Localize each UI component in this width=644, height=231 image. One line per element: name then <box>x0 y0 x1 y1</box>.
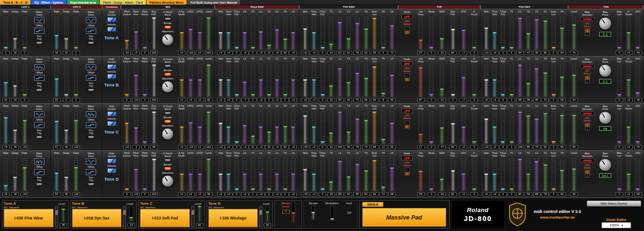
tone-a-lfo2-rate-slider[interactable] <box>55 17 59 50</box>
tone-d-tvf-env-l4-10-slider[interactable] <box>390 158 394 191</box>
tone-d-pitch-env-l1-5-slider[interactable] <box>259 158 263 191</box>
tone-a-wg-pitch-rand-slider[interactable] <box>143 17 147 50</box>
tone-a-tvf-env-t2-5-slider[interactable] <box>346 17 351 50</box>
bottom-tone-tone-d-level-slider[interactable] <box>266 206 269 222</box>
tone-b-lfo1-rate-slider[interactable] <box>4 64 8 97</box>
tone-c-wg-pitch-fine-slider[interactable] <box>134 111 138 144</box>
tone-b-pitch-env-time-velo-1-slider[interactable] <box>226 64 231 97</box>
tone-a-tva-env-t1-3-slider[interactable] <box>510 17 514 50</box>
tone-c-pitch-env-l3-9-slider[interactable] <box>291 111 295 144</box>
tone-a-tvf-env-l4-10-slider[interactable] <box>390 17 394 50</box>
tone-b-hold-control-switch[interactable] <box>107 64 116 69</box>
tone-a-tva-env-velo-0-slider[interactable] <box>484 17 488 50</box>
tone-d-wg-pitch-fine-slider[interactable] <box>134 158 138 191</box>
tone-d-tva-bias-lev-slider[interactable] <box>617 158 621 191</box>
tone-b-wg-lfo1-slider[interactable] <box>188 64 193 97</box>
tone-b-tvf-a-touch-slider[interactable] <box>472 64 476 97</box>
tone-c-tva-env-l2-6-slider[interactable] <box>535 111 539 144</box>
bottom-tone-waveform-scrollbar[interactable] <box>55 206 58 227</box>
tone-a-wg-level-slider[interactable] <box>207 17 211 50</box>
tone-b-pitch-env-velo-0-slider[interactable] <box>219 64 223 97</box>
tone-c-tvf-env-t1-3-slider[interactable] <box>329 111 333 144</box>
tone-b-wg-pitch-fine-slider[interactable] <box>134 64 138 97</box>
tone-a-pitch-env-l2-7-slider[interactable] <box>275 17 279 50</box>
tone-a-tva-env-time-velo-1-slider[interactable] <box>492 17 497 50</box>
tone-b-tva-lfo-slider[interactable] <box>636 64 640 97</box>
master-level-slider[interactable] <box>292 202 295 223</box>
tone-a-tva-level-slider[interactable] <box>572 17 576 50</box>
tone-a-tva-env-l1-4-slider[interactable] <box>518 17 522 50</box>
tone-c-tvf-lfo-slider[interactable] <box>462 111 466 144</box>
tone-c-pitch-env-l0-3-slider[interactable] <box>243 111 247 144</box>
tone-b-lfo2-rate-slider[interactable] <box>55 64 59 97</box>
tone-a-pitch-env-l1-5-slider[interactable] <box>259 17 263 50</box>
tone-b-tvf-env-sust-lev-8-slider[interactable] <box>372 64 377 97</box>
tone-c-velocity-switch[interactable] <box>107 121 116 126</box>
tone-d-wg-lfo1-slider[interactable] <box>188 158 193 191</box>
tab-patch-dump-name-card[interactable]: Patch - Dump - Name - Card <box>100 0 146 5</box>
tone-a-bender-button[interactable]: ON <box>164 25 171 29</box>
tone-b-lfo1-fade-slider[interactable] <box>23 64 27 97</box>
tone-a-lfo2-delay-slider[interactable] <box>64 17 68 50</box>
tone-d-tvf-lfo-select[interactable]: 12 <box>405 168 410 175</box>
tone-c-wg-key-foll-slider[interactable] <box>152 111 156 144</box>
tone-a-tvf-a-touch-slider[interactable] <box>472 17 476 50</box>
tone-d-wg-lfo2-slider[interactable] <box>198 158 202 191</box>
tone-d-tvf-reso-slider[interactable] <box>429 158 433 191</box>
tone-c-pitch-env-l1-5-slider[interactable] <box>259 111 263 144</box>
tone-a-pitch-env-time-velo-1-slider[interactable] <box>226 17 231 50</box>
tone-b-lfo1-key-trig-button[interactable]: OFF <box>36 88 43 92</box>
tone-a-lfo1-fade-slider[interactable] <box>23 17 27 50</box>
tone-d-pitch-env-t-key-foll-2-slider[interactable] <box>235 158 239 191</box>
tone-a-pitch-env-t2-6-slider[interactable] <box>267 17 271 50</box>
tone-c-tva-env-t-key-foll-2-slider[interactable] <box>501 111 505 144</box>
tone-b-tva-env-t3-7-slider[interactable] <box>543 64 547 97</box>
tone-d-tva-env-l1-4-slider[interactable] <box>518 158 522 191</box>
tone-a-tvf-key-foll-slider[interactable] <box>451 17 455 50</box>
tone-d-tvf-env-l2-6-slider[interactable] <box>355 158 359 191</box>
tone-c-pitch-env-velo-0-slider[interactable] <box>219 111 223 144</box>
tone-a-pitch-env-l3-9-slider[interactable] <box>291 17 295 50</box>
tone-c-tva-env-t2-5-slider[interactable] <box>526 111 530 144</box>
tone-a-tva-env-t4-9-slider[interactable] <box>560 17 564 50</box>
bottom-tone-tone-c-level-slider[interactable] <box>198 206 201 222</box>
tone-b-velocity-switch[interactable] <box>107 74 116 79</box>
tone-b-tvf-env-t4-9-slider[interactable] <box>381 64 385 97</box>
tone-a-tvf-env-l2-6-slider[interactable] <box>355 17 359 50</box>
tone-c-wg-lfo1-slider[interactable] <box>188 111 193 144</box>
tone-c-lfo1-key-trig-button[interactable]: OFF <box>36 135 43 139</box>
tone-a-tvf-env-sust-lev-8-slider[interactable] <box>372 17 377 50</box>
tone-a-wg-a-tg-mode-slider[interactable] <box>180 17 184 50</box>
tone-c-pitch-env-l2-7-slider[interactable] <box>275 111 279 144</box>
tone-a-tva-env-l2-6-slider[interactable] <box>535 17 539 50</box>
tone-b-waveform-knob[interactable] <box>162 81 174 93</box>
tone-d-bias-direction-button[interactable]: UPPER <box>580 158 594 163</box>
tone-b-tva-env-l1-4-slider[interactable] <box>518 64 522 97</box>
tone-c-tva-lfo-select[interactable]: 12 <box>585 123 590 130</box>
bottom-tone-tone-b-level-slider[interactable] <box>129 206 133 222</box>
tone-d-lfo1-fade-slider[interactable] <box>23 158 27 191</box>
tone-b-tvf-env-t1-3-slider[interactable] <box>329 64 333 97</box>
tone-a-tva-lfo-select[interactable]: 12 <box>585 29 590 36</box>
tone-a-wg-lfo1-slider[interactable] <box>188 17 193 50</box>
tone-c-tvf-key-foll-slider[interactable] <box>451 111 455 144</box>
tone-d-wg-key-foll-slider[interactable] <box>152 158 156 191</box>
tone-d-tva-env-t1-3-slider[interactable] <box>510 158 514 191</box>
tone-c-tvf-env-time-velo-1-slider[interactable] <box>312 111 316 144</box>
tone-d-tvf-a-touch-slider[interactable] <box>472 158 476 191</box>
tone-d-tvf-env-t1-3-slider[interactable] <box>329 158 333 191</box>
tone-c-a-touch-bend-button[interactable]: OFF <box>164 111 171 115</box>
tone-b-tvf-env-l1-4-slider[interactable] <box>338 64 342 97</box>
tone-c-tvf-env-velo-0-slider[interactable] <box>303 111 307 144</box>
tone-b-tva-env-t1-3-slider[interactable] <box>510 64 514 97</box>
tone-b-pitch-env-l3-9-slider[interactable] <box>291 64 295 97</box>
tone-d-tva-level-slider[interactable] <box>572 158 576 191</box>
bender-slider[interactable] <box>311 206 315 220</box>
tone-b-tva-env-time-velo-1-slider[interactable] <box>492 64 497 97</box>
tone-c-pitch-env-t3-8-slider[interactable] <box>283 111 287 144</box>
tone-d-pitch-env-t2-6-slider[interactable] <box>267 158 271 191</box>
tone-d-tva-env-time-velo-1-slider[interactable] <box>492 158 497 191</box>
tone-b-tvf-env-time-velo-1-slider[interactable] <box>312 64 316 97</box>
tone-d-pitch-env-l3-9-slider[interactable] <box>291 158 295 191</box>
tab-eq-effect-system[interactable]: EQ - Effect - System <box>31 0 67 5</box>
